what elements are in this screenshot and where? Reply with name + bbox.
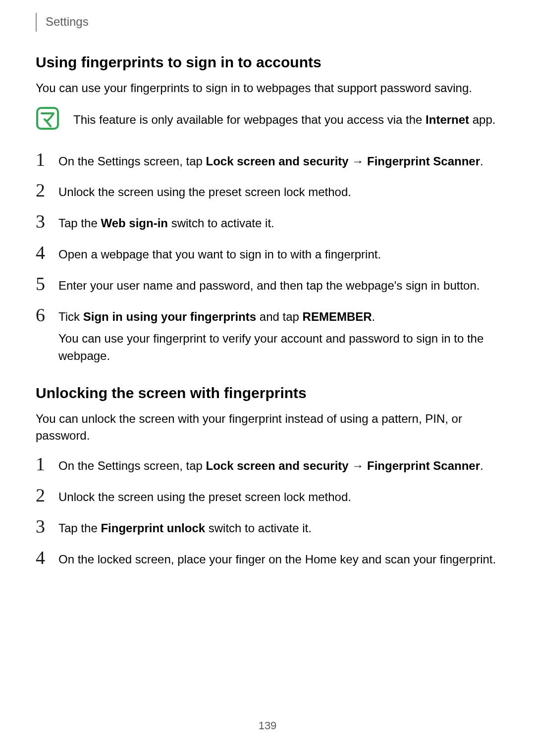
page-header: Settings (36, 15, 499, 32)
step-number: 1 (36, 454, 50, 473)
step-text: On the locked screen, place your finger … (58, 548, 499, 568)
step-number: 4 (36, 243, 50, 262)
step-text: Tap the Fingerprint unlock switch to act… (58, 517, 499, 537)
step-text-part: switch to activate it. (205, 521, 312, 535)
step-text: Tap the Web sign-in switch to activate i… (58, 212, 499, 232)
steps-list-signin: 1 On the Settings screen, tap Lock scree… (36, 150, 499, 365)
section-intro-unlock: You can unlock the screen with your fing… (36, 410, 499, 444)
step-text: Unlock the screen using the preset scree… (58, 181, 499, 201)
step-number: 2 (36, 181, 50, 200)
step-item: 2 Unlock the screen using the preset scr… (36, 486, 499, 506)
step-text-extra: You can use your fingerprint to verify y… (58, 330, 499, 365)
step-number: 1 (36, 150, 50, 169)
note-callout: This feature is only available for webpa… (36, 107, 499, 130)
section-heading-signin: Using fingerprints to sign in to account… (36, 54, 499, 71)
step-text-part: and tap (256, 310, 302, 323)
step-number: 4 (36, 548, 50, 567)
step-number: 6 (36, 305, 50, 324)
step-text-part: Tap the (58, 521, 101, 535)
step-text-part: . (480, 459, 483, 472)
section-heading-unlock: Unlocking the screen with fingerprints (36, 385, 499, 402)
step-text-bold: Fingerprint Scanner (367, 154, 480, 168)
step-text: Open a webpage that you want to sign in … (58, 243, 499, 263)
note-text-bold: Internet (426, 113, 469, 126)
step-item: 5 Enter your user name and password, and… (36, 274, 499, 295)
svg-rect-0 (37, 108, 58, 129)
step-text: Enter your user name and password, and t… (58, 274, 499, 295)
page-content: Settings Using fingerprints to sign in t… (0, 0, 535, 568)
step-text-part: . (480, 154, 483, 168)
step-item: 1 On the Settings screen, tap Lock scree… (36, 150, 499, 170)
step-item: 1 On the Settings screen, tap Lock scree… (36, 454, 499, 475)
step-item: 6 Tick Sign in using your fingerprints a… (36, 305, 499, 365)
section-intro-signin: You can use your fingerprints to sign in… (36, 80, 499, 97)
step-text-bold: Lock screen and security (206, 154, 349, 168)
step-text: Unlock the screen using the preset scree… (58, 486, 499, 506)
step-text: On the Settings screen, tap Lock screen … (58, 454, 499, 475)
page-number: 139 (0, 719, 535, 732)
step-text-part: switch to activate it. (168, 216, 274, 230)
step-item: 4 Open a webpage that you want to sign i… (36, 243, 499, 263)
step-text: On the Settings screen, tap Lock screen … (58, 150, 499, 170)
header-divider (36, 13, 37, 32)
step-text-part: On the Settings screen, tap (58, 459, 206, 472)
section-unlock: Unlocking the screen with fingerprints Y… (36, 385, 499, 568)
step-item: 3 Tap the Fingerprint unlock switch to a… (36, 517, 499, 537)
note-icon (36, 106, 59, 130)
step-text-part: . (372, 310, 375, 323)
step-text-part: Tick (58, 310, 83, 323)
step-text-part: On the Settings screen, tap (58, 154, 206, 168)
steps-list-unlock: 1 On the Settings screen, tap Lock scree… (36, 454, 499, 568)
step-text-bold: Web sign-in (101, 216, 168, 230)
step-item: 3 Tap the Web sign-in switch to activate… (36, 212, 499, 232)
arrow-icon: → (349, 154, 367, 168)
step-number: 2 (36, 486, 50, 504)
note-text-suffix: app. (469, 113, 495, 126)
step-number: 3 (36, 212, 50, 231)
note-text: This feature is only available for webpa… (73, 107, 495, 128)
step-number: 5 (36, 274, 50, 293)
note-text-prefix: This feature is only available for webpa… (73, 113, 426, 126)
step-item: 4 On the locked screen, place your finge… (36, 548, 499, 568)
step-text-part: Tap the (58, 216, 101, 230)
breadcrumb: Settings (46, 15, 89, 29)
step-text-bold: Sign in using your fingerprints (83, 310, 256, 323)
arrow-icon: → (349, 459, 367, 472)
step-text: Tick Sign in using your fingerprints and… (58, 305, 499, 365)
step-text-bold: REMEMBER (303, 310, 372, 323)
step-number: 3 (36, 517, 50, 536)
step-item: 2 Unlock the screen using the preset scr… (36, 181, 499, 201)
step-text-bold: Lock screen and security (206, 459, 349, 472)
step-text-bold: Fingerprint Scanner (367, 459, 480, 472)
step-text-bold: Fingerprint unlock (101, 521, 205, 535)
